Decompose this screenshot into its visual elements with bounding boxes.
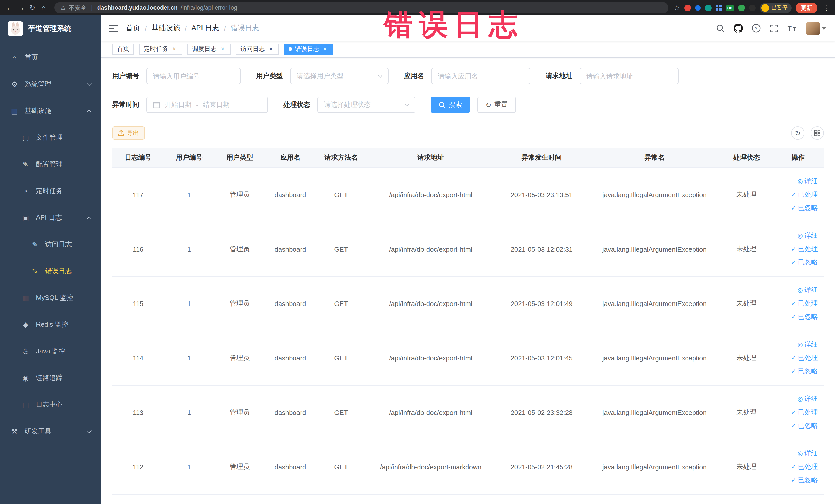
chevron-down-icon (86, 81, 91, 86)
action-label: 详细 (805, 340, 818, 349)
tab[interactable]: 定时任务× (139, 43, 182, 55)
back-icon[interactable]: ← (4, 2, 15, 13)
sidebar-item[interactable]: ◉链路追踪 (0, 365, 101, 391)
column-header: 应用名 (265, 148, 316, 167)
extension-grid-icon[interactable] (715, 5, 721, 11)
breadcrumb-item[interactable]: API 日志 (191, 24, 220, 33)
address-bar[interactable]: ⚠ 不安全 | dashboard.yudao.iocoder.cn /infr… (55, 2, 668, 13)
sidebar-item[interactable]: ▢文件管理 (0, 124, 101, 151)
column-header: 用户类型 (215, 148, 265, 167)
column-settings-button[interactable] (811, 126, 824, 140)
check-icon: ✓ (791, 204, 796, 211)
sidebar-item[interactable]: ▦基础设施 (0, 98, 101, 124)
search-icon[interactable] (716, 24, 725, 33)
extension-sprout-icon[interactable] (738, 4, 745, 11)
bookmark-star-icon[interactable]: ☆ (674, 4, 680, 12)
tab[interactable]: 首页 (113, 43, 134, 55)
update-button[interactable]: 更新 (796, 2, 817, 13)
sidebar-item[interactable]: ✎配置管理 (0, 151, 101, 178)
process-status-select[interactable]: 请选择处理状态 (317, 97, 415, 113)
cell-status: 未处理 (721, 440, 772, 494)
timer-icon: ◔ (22, 187, 30, 195)
logo-row[interactable]: 芋道管理系统 (0, 15, 101, 42)
detail-link[interactable]: ◎详细 (797, 285, 818, 295)
user-avatar[interactable] (806, 21, 826, 35)
ignore-link[interactable]: ✓已忽略 (791, 421, 818, 430)
cell-app: dashboard (265, 222, 316, 276)
reset-button[interactable]: ↻ 重置 (477, 97, 516, 113)
user-id-field[interactable] (146, 68, 241, 84)
app-name-field[interactable] (431, 68, 530, 84)
sidebar-item[interactable]: ✎访问日志 (0, 231, 101, 258)
profile-chip[interactable]: 已暂停 (759, 3, 792, 13)
search-button[interactable]: 搜索 (431, 97, 470, 113)
close-icon[interactable]: × (267, 46, 274, 53)
request-url-input[interactable] (586, 72, 672, 80)
cell-status: 未处理 (721, 222, 772, 276)
close-icon[interactable]: × (171, 46, 178, 53)
calendar-icon (153, 101, 160, 108)
detail-link[interactable]: ◎详细 (797, 395, 818, 404)
font-size-icon[interactable]: TT (787, 24, 797, 32)
breadcrumb-item[interactable]: 基础设施 (151, 24, 180, 33)
detail-link[interactable]: ◎详细 (797, 449, 818, 458)
reload-icon[interactable]: ↻ (27, 2, 38, 13)
api-log-icon: ▣ (22, 214, 30, 222)
hamburger-icon[interactable] (101, 24, 126, 32)
tab[interactable]: 调度日志× (187, 43, 230, 55)
user-id-input[interactable] (153, 72, 234, 80)
refresh-table-button[interactable]: ↻ (791, 126, 805, 140)
help-icon[interactable]: ? (752, 24, 761, 33)
extension-red-icon[interactable] (684, 4, 691, 11)
sidebar-item[interactable]: ⚙系统管理 (0, 71, 101, 98)
detail-link[interactable]: ◎详细 (797, 177, 818, 186)
sidebar-item[interactable]: ▥MySQL 监控 (0, 284, 101, 311)
browser-menu-kebab-icon[interactable]: ⋮ (821, 4, 831, 12)
export-button[interactable]: 导出 (113, 126, 145, 140)
user-type-select[interactable]: 请选择用户类型 (290, 68, 389, 84)
github-icon[interactable] (734, 24, 743, 33)
processed-link[interactable]: ✓已处理 (791, 353, 818, 363)
tab[interactable]: 错误日志× (284, 43, 333, 55)
breadcrumb-item[interactable]: 首页 (126, 24, 140, 33)
processed-link[interactable]: ✓已处理 (791, 462, 818, 471)
sidebar-item[interactable]: ⌂首页 (0, 44, 101, 71)
sidebar-item[interactable]: ♨Java 监控 (0, 338, 101, 365)
sidebar-item[interactable]: ▤日志中心 (0, 391, 101, 418)
browser-home-icon[interactable]: ⌂ (38, 2, 49, 13)
column-header: 请求地址 (367, 148, 495, 167)
processed-link[interactable]: ✓已处理 (791, 299, 818, 308)
date-range-picker[interactable]: 开始日期 - 结束日期 (146, 97, 268, 113)
ignore-link[interactable]: ✓已忽略 (791, 367, 818, 376)
forward-icon[interactable]: → (15, 2, 27, 13)
ignore-link[interactable]: ✓已忽略 (791, 203, 818, 213)
view-icon: ◎ (797, 450, 803, 457)
breadcrumb-separator: / (224, 24, 226, 32)
search-icon (439, 101, 446, 108)
security-label[interactable]: 不安全 (69, 4, 86, 12)
detail-link[interactable]: ◎详细 (797, 231, 818, 240)
processed-link[interactable]: ✓已处理 (791, 408, 818, 417)
sidebar-item[interactable]: ◔定时任务 (0, 178, 101, 204)
close-icon[interactable]: × (219, 46, 226, 53)
extension-blue-icon[interactable] (695, 5, 700, 11)
extension-on-badge[interactable]: on (726, 5, 734, 11)
sidebar-item[interactable]: ⚒研发工具 (0, 418, 101, 445)
app-name-input[interactable] (438, 72, 524, 80)
sidebar-item[interactable]: ▣API 日志 (0, 204, 101, 231)
ignore-link[interactable]: ✓已忽略 (791, 258, 818, 267)
request-url-field[interactable] (579, 68, 679, 84)
extension-paw-icon[interactable] (749, 4, 755, 11)
ignore-link[interactable]: ✓已忽略 (791, 312, 818, 321)
processed-link[interactable]: ✓已处理 (791, 190, 818, 199)
sidebar-item[interactable]: ✎错误日志 (0, 258, 101, 284)
filter-form: 用户编号 用户类型 请选择用户类型 应用名 (101, 58, 835, 113)
sidebar-item[interactable]: ◆Redis 监控 (0, 311, 101, 338)
ignore-link[interactable]: ✓已忽略 (791, 476, 818, 485)
close-icon[interactable]: × (322, 46, 329, 53)
detail-link[interactable]: ◎详细 (797, 340, 818, 349)
fullscreen-icon[interactable] (770, 24, 778, 33)
processed-link[interactable]: ✓已处理 (791, 244, 818, 254)
tab[interactable]: 访问日志× (236, 43, 279, 55)
extension-teal-icon[interactable] (705, 4, 711, 11)
